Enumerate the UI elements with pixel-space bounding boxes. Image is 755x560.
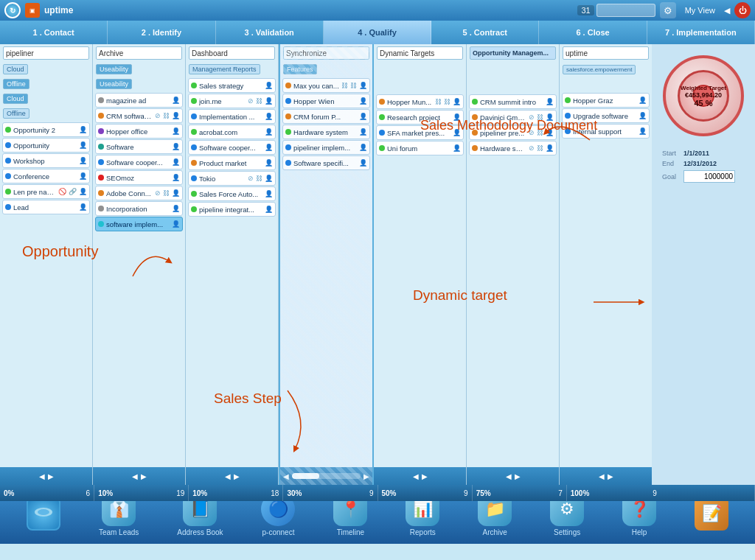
scroll-right-icon[interactable]: ▶ (234, 472, 240, 480)
scroll-left-icon[interactable]: ◀ (225, 472, 231, 480)
nav-arrow[interactable]: ◀ (724, 6, 730, 15)
col-validation-filter-input[interactable] (189, 46, 275, 60)
user-icon: 👤 (453, 113, 461, 121)
list-item[interactable]: join.me⊘⛓👤 (188, 94, 276, 108)
list-item[interactable]: acrobat.com👤 (188, 125, 276, 139)
list-item[interactable]: CRM software co...⊘⛓👤 (95, 108, 183, 123)
list-item[interactable]: Davinici GmbH⊘⛓👤 (469, 110, 557, 125)
list-item[interactable]: Opportunity👤 (2, 138, 90, 153)
status-dot (98, 206, 104, 211)
start-value: 1/1/2011 (682, 149, 746, 158)
list-item[interactable]: Hopper Wien👤 (282, 94, 370, 108)
list-item[interactable]: CRM summit intro👤 (469, 94, 557, 109)
tab-contract[interactable]: 5 . Contract (431, 21, 539, 44)
scroll-right-icon[interactable]: ▶ (515, 472, 521, 480)
list-item[interactable]: Hopper Graz👤 (562, 93, 650, 108)
filter-cloud2[interactable]: Cloud (3, 94, 28, 104)
scroll-left-icon[interactable]: ◀ (506, 472, 512, 480)
filter-offline[interactable]: Offline (3, 79, 29, 89)
tab-close[interactable]: 6 . Close (539, 21, 647, 44)
count-validation: 18 (271, 489, 279, 497)
item-label: SFA market pres... (387, 129, 450, 137)
count-close: 7 (558, 489, 563, 497)
list-item[interactable]: Tokio⊘⛓👤 (188, 171, 276, 186)
status-dot (98, 190, 104, 196)
filter-mgmt[interactable]: Management Reports (189, 64, 260, 74)
list-item[interactable]: Sales Force Auto...👤 (188, 186, 276, 201)
status-dot (98, 144, 104, 150)
col-qualify-filter-input[interactable] (283, 46, 369, 60)
list-item[interactable]: Hardware sel...⊘⛓👤 (469, 141, 557, 155)
list-item[interactable]: Implementation ...👤 (188, 109, 276, 124)
power-button[interactable]: ⏻ (734, 2, 751, 18)
search-input[interactable] (596, 4, 655, 17)
scroll-left-icon[interactable]: ◀ (599, 472, 605, 480)
scroll-right-icon[interactable]: ▶ (422, 472, 428, 480)
filter-offline2[interactable]: Offline (3, 108, 29, 119)
list-item[interactable]: Hardware system👤 (282, 125, 370, 139)
list-item[interactable]: SEOmoz👤 (95, 170, 183, 185)
scroll-left-icon[interactable]: ◀ (132, 472, 138, 480)
taskbar-home[interactable] (27, 497, 60, 533)
list-item[interactable]: CRM forum P...👤 (282, 109, 370, 124)
scroll-right-icon[interactable]: ▶ (48, 472, 54, 480)
scroll-right-icon[interactable]: ▶ (141, 472, 147, 480)
list-item[interactable]: Research project👤 (376, 110, 464, 125)
col-impl-filter-input[interactable] (563, 46, 649, 60)
goal-input[interactable] (683, 170, 735, 183)
status-dot (472, 99, 478, 105)
list-item[interactable]: software implem...👤 (95, 217, 183, 231)
list-item[interactable]: Opportunity 2👤 (2, 122, 90, 137)
list-item[interactable]: Hopper office👤 (95, 124, 183, 139)
filter-sf[interactable]: salesforce.empowerment (563, 65, 636, 74)
col-contact-filter-input[interactable] (3, 46, 89, 60)
list-item[interactable]: Software cooper...👤 (188, 140, 276, 155)
list-item[interactable]: Product market👤 (188, 155, 276, 170)
list-item[interactable]: Software👤 (95, 139, 183, 154)
user-icon: 👤 (359, 82, 367, 89)
scroll-right-icon[interactable]: ▶ (363, 472, 369, 480)
item-label: Uni forum (387, 144, 450, 153)
list-item[interactable]: Incorporation👤 (95, 201, 183, 216)
list-item[interactable]: Conference👤 (2, 169, 90, 183)
tab-qualify[interactable]: 4 . Qualify (324, 21, 431, 44)
tab-implementation[interactable]: 7 . Implementation (647, 21, 755, 44)
list-item[interactable]: Lead👤 (2, 200, 90, 214)
filter-cloud[interactable]: Cloud (3, 64, 28, 74)
refresh-icon[interactable]: ↻ (4, 2, 21, 18)
list-item[interactable]: pipeliner implem...👤 (282, 140, 370, 155)
tab-identify[interactable]: 2 . Identify (108, 21, 215, 44)
list-item[interactable]: magazine ad👤 (95, 93, 183, 108)
col-identify-filter-input[interactable] (96, 46, 182, 60)
list-item[interactable]: Software specifi...👤 (282, 155, 370, 170)
list-item[interactable]: Sales strategy👤 (188, 78, 276, 93)
filter-features[interactable]: Features (283, 64, 317, 74)
list-item[interactable]: SFA market pres...👤 (376, 125, 464, 140)
filter-useability2[interactable]: Useability (96, 79, 132, 89)
user-icon: 👤 (546, 113, 554, 121)
taskbar-notes[interactable]: 📝 (695, 497, 728, 533)
list-item[interactable]: Internal support👤 (562, 124, 650, 139)
list-item[interactable]: Software cooper...👤 (95, 155, 183, 169)
list-item[interactable]: Max you can...⛓⛓👤 (282, 78, 370, 93)
list-item[interactable]: Len pre nas ...🚫🔗👤 (2, 184, 90, 199)
tab-contact[interactable]: 1 . Contact (0, 21, 108, 44)
scroll-left-icon[interactable]: ◀ (39, 472, 45, 480)
list-item[interactable]: Workshop👤 (2, 153, 90, 168)
list-item[interactable]: pipeline integrat...👤 (188, 202, 276, 217)
list-item[interactable]: Hopper Mun...⛓⛓👤 (376, 94, 464, 109)
list-item[interactable]: pipeliner pre...⊘⛓👤 (469, 125, 557, 140)
list-item[interactable]: Uni forum👤 (376, 141, 464, 155)
settings-icon[interactable]: ⚙ (660, 2, 676, 18)
tab-validation[interactable]: 3 . Validation (216, 21, 324, 44)
scroll-right-icon[interactable]: ▶ (608, 472, 613, 480)
list-item[interactable]: Adobe Conn...⊘⛓👤 (95, 186, 183, 200)
filter-useability[interactable]: Useability (96, 64, 132, 74)
scroll-left-icon[interactable]: ◀ (283, 472, 289, 480)
col-contract-filter-input[interactable] (377, 46, 463, 60)
scrollbar[interactable] (292, 473, 361, 479)
status-dot (285, 129, 291, 135)
pct-impl: 100% (571, 489, 590, 497)
scroll-left-icon[interactable]: ◀ (413, 472, 419, 480)
list-item[interactable]: Upgrade software👤 (562, 108, 650, 123)
